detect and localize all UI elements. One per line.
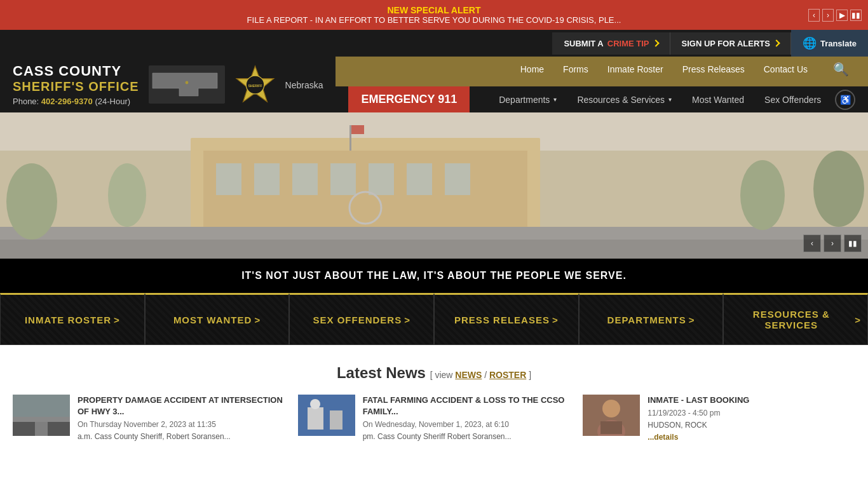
svg-rect-31 bbox=[298, 395, 355, 436]
nav-sex-offenders[interactable]: Sex Offenders bbox=[754, 87, 831, 112]
nav-home[interactable]: Home bbox=[520, 64, 544, 74]
tagline-text: IT'S NOT JUST ABOUT THE LAW, IT'S ABOUT … bbox=[241, 270, 627, 281]
quick-link-sex-offenders[interactable]: SEX OFFENDERS > bbox=[289, 293, 434, 345]
resources-services-arrow: > bbox=[855, 315, 861, 325]
svg-text:SHERIFF: SHERIFF bbox=[248, 83, 262, 87]
alerts-label: SIGN UP FOR ALERTS bbox=[682, 39, 770, 48]
news-thumbnail-1 bbox=[13, 395, 70, 436]
svg-point-1 bbox=[185, 81, 188, 85]
bottom-navigation: EMERGENCY 911 Departments ▾ Resources & … bbox=[336, 86, 868, 112]
alert-playback-controls: ▶ ▮▮ bbox=[836, 10, 862, 21]
alert-next-button[interactable]: › bbox=[822, 9, 834, 22]
news-item: Inmate - Last Booking 11/19/2023 - 4:50 … bbox=[583, 395, 855, 442]
crime-tip-chevron bbox=[652, 39, 659, 46]
phone-number: 402-296-9370 bbox=[41, 97, 93, 106]
phone-label: Phone: bbox=[13, 97, 39, 106]
news-desc-1: a.m. Cass County Sheriff, Robert Soranse… bbox=[78, 431, 285, 442]
nav-most-wanted[interactable]: Most Wanted bbox=[682, 87, 754, 112]
news-grid: PROPERTY DAMAGE ACCIDENT AT INTERSECTION… bbox=[13, 395, 855, 442]
sex-offenders-arrow: > bbox=[404, 315, 410, 325]
nav-forms[interactable]: Forms bbox=[563, 64, 588, 74]
accessibility-icon: ♿ bbox=[840, 95, 851, 105]
view-roster-link[interactable]: ROSTER bbox=[489, 370, 526, 380]
news-desc-2: pm. Cass County Sheriff Robert Soransen.… bbox=[363, 431, 571, 442]
alerts-chevron bbox=[773, 39, 780, 46]
hero-section: ‹ › ▮▮ bbox=[0, 112, 868, 259]
alert-play-button[interactable]: ▶ bbox=[836, 10, 848, 21]
alert-body: FILE A REPORT - IN AN EFFORT TO BETTER S… bbox=[25, 15, 843, 25]
hero-pause-button[interactable]: ▮▮ bbox=[844, 234, 862, 252]
hero-prev-button[interactable]: ‹ bbox=[803, 234, 821, 252]
office-thumbnail bbox=[298, 395, 355, 436]
road-accident-thumbnail bbox=[13, 395, 70, 436]
quick-link-resources-services[interactable]: RESOURCES & SERVICES > bbox=[723, 293, 868, 345]
nav-inmate-roster[interactable]: Inmate Roster bbox=[607, 64, 663, 74]
inmate-thumbnail bbox=[583, 395, 640, 436]
departments-arrow: > bbox=[689, 315, 695, 325]
state-label: Nebraska bbox=[285, 79, 323, 90]
quick-link-press-releases[interactable]: PRESS RELEASES > bbox=[434, 293, 579, 345]
nebraska-map bbox=[149, 65, 225, 104]
inmate-roster-arrow: > bbox=[114, 315, 120, 325]
top-navigation: Home Forms Inmate Roster Press Releases … bbox=[336, 57, 868, 82]
news-thumbnail-2 bbox=[298, 395, 355, 436]
site-header: CASS COUNTY SHERIFF'S OFFICE Phone: 402-… bbox=[0, 57, 868, 112]
tagline-bar: IT'S NOT JUST ABOUT THE LAW, IT'S ABOUT … bbox=[0, 259, 868, 293]
quick-link-departments[interactable]: DEPARTMENTS > bbox=[579, 293, 724, 345]
svg-rect-32 bbox=[308, 407, 323, 430]
nav-press-releases[interactable]: Press Releases bbox=[682, 64, 745, 74]
globe-icon: 🌐 bbox=[803, 36, 817, 50]
view-news-link[interactable]: NEWS bbox=[455, 370, 482, 380]
county-name: CASS COUNTY bbox=[13, 63, 139, 79]
latest-news-title: Latest News bbox=[337, 364, 426, 381]
alert-banner: NEW SPECIAL ALERT FILE A REPORT - IN AN … bbox=[0, 0, 868, 30]
svg-rect-33 bbox=[330, 410, 342, 430]
translate-label: Translate bbox=[820, 39, 857, 48]
latest-news-section: Latest News [ view NEWS / ROSTER ] bbox=[0, 345, 868, 455]
crime-tip-highlight: CRIME TIP bbox=[607, 39, 649, 48]
emergency-number: 911 bbox=[438, 93, 457, 105]
nav-contact-us[interactable]: Contact Us bbox=[764, 64, 808, 74]
quick-link-inmate-roster[interactable]: INMATE ROSTER > bbox=[0, 293, 145, 345]
quick-link-most-wanted[interactable]: MOST WANTED > bbox=[145, 293, 290, 345]
alert-prev-button[interactable]: ‹ bbox=[808, 9, 820, 22]
view-links: [ view NEWS / ROSTER ] bbox=[430, 370, 531, 380]
search-button[interactable]: 🔍 bbox=[827, 62, 855, 77]
alert-navigation: ‹ › ▶ ▮▮ bbox=[808, 9, 862, 22]
hero-next-button[interactable]: › bbox=[824, 234, 841, 252]
alert-pause-button[interactable]: ▮▮ bbox=[850, 10, 862, 21]
news-content-1: PROPERTY DAMAGE ACCIDENT AT INTERSECTION… bbox=[78, 395, 285, 442]
resources-dropdown-icon: ▾ bbox=[668, 96, 672, 103]
alert-title: NEW SPECIAL ALERT bbox=[25, 5, 843, 15]
news-date-1: On Thursday November 2, 2023 at 11:35 bbox=[78, 420, 285, 429]
nav-resources-services[interactable]: Resources & Services ▾ bbox=[567, 87, 682, 112]
news-details-link-3[interactable]: ...details bbox=[648, 433, 678, 442]
hero-image bbox=[0, 112, 868, 259]
emergency-badge: EMERGENCY 911 bbox=[348, 86, 470, 112]
svg-point-34 bbox=[310, 399, 320, 409]
phone-info: Phone: 402-296-9370 (24-Hour) bbox=[13, 97, 139, 106]
svg-rect-38 bbox=[600, 421, 622, 434]
quick-links-bar: INMATE ROSTER > MOST WANTED > SEX OFFEND… bbox=[0, 293, 868, 345]
emergency-label: EMERGENCY 911 bbox=[361, 93, 457, 105]
news-desc-3: HUDSON, ROCK bbox=[648, 420, 749, 431]
header-navigation: Home Forms Inmate Roster Press Releases … bbox=[336, 57, 868, 112]
header-branding: CASS COUNTY SHERIFF'S OFFICE Phone: 402-… bbox=[0, 57, 336, 112]
svg-rect-26 bbox=[0, 112, 868, 259]
news-title-3: Inmate - Last Booking bbox=[648, 395, 749, 406]
sign-up-alerts-button[interactable]: SIGN UP FOR ALERTS bbox=[670, 32, 791, 55]
svg-rect-29 bbox=[35, 420, 48, 436]
accessibility-button[interactable]: ♿ bbox=[835, 90, 855, 110]
news-title-1: PROPERTY DAMAGE ACCIDENT AT INTERSECTION… bbox=[78, 395, 285, 417]
svg-rect-30 bbox=[13, 417, 70, 422]
office-name: SHERIFF'S OFFICE bbox=[13, 79, 139, 94]
news-title-2: FATAL FARMING ACCIDENT & LOSS TO THE CCS… bbox=[363, 395, 571, 417]
nav-departments[interactable]: Departments ▾ bbox=[489, 87, 567, 112]
news-date-2: On Wednesday, November 1, 2023, at 6:10 bbox=[363, 420, 571, 429]
crime-tip-button[interactable]: SUBMIT A CRIME TIP bbox=[552, 32, 670, 55]
sheriff-badge: SHERIFF bbox=[234, 64, 276, 105]
most-wanted-arrow: > bbox=[254, 315, 261, 325]
translate-button[interactable]: 🌐 Translate bbox=[791, 30, 868, 57]
phone-note: (24-Hour) bbox=[95, 97, 130, 106]
hero-controls: ‹ › ▮▮ bbox=[803, 234, 862, 252]
